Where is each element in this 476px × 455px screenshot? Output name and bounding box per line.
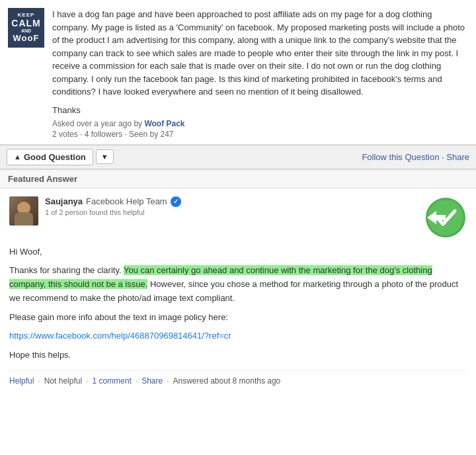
dropdown-button[interactable]: ▼ <box>96 149 114 164</box>
dot-feedback1: · <box>38 376 40 386</box>
answer-content: Hi Woof, Thanks for sharing the clarity.… <box>9 245 467 363</box>
helpful-link[interactable]: Helpful <box>9 376 34 386</box>
seen: Seen by 247 <box>129 130 173 139</box>
greeting: Hi Woof, <box>9 245 467 259</box>
author-team: Facebook Help Team <box>86 196 167 206</box>
dot-feedback3: · <box>136 376 138 386</box>
answered-time: Answered about 8 months ago <box>173 376 281 386</box>
comment-link[interactable]: 1 comment <box>92 376 131 386</box>
author-line: Saujanya Facebook Help Team ✓ <box>45 196 411 207</box>
dot-feedback2: · <box>86 376 88 386</box>
logo: KEEP CALM AND WooF <box>8 8 44 48</box>
votes: 2 votes <box>52 130 78 139</box>
avatar <box>9 196 38 226</box>
answer-meta: Saujanya Facebook Help Team ✓ 1 of 2 per… <box>45 196 411 216</box>
thanks-line: Thanks <box>52 105 468 115</box>
logo-woof: WooF <box>13 34 40 43</box>
question-text: I have a dog fan page and have been appr… <box>52 8 468 99</box>
link-line: https://www.facebook.com/help/4688709698… <box>9 329 467 343</box>
helpful-count: 1 of 2 person found this helpful <box>45 208 411 216</box>
asked-by-label: Asked over a year ago by <box>52 119 142 128</box>
meta-line: Asked over a year ago by Woof Pack <box>52 119 468 128</box>
share-link[interactable]: Share <box>446 152 469 162</box>
action-bar-right: Follow this Question · Share <box>362 152 469 162</box>
followers: 4 followers <box>85 130 122 139</box>
follow-question-link[interactable]: Follow this Question <box>362 152 439 162</box>
question-body: I have a dog fan page and have been appr… <box>52 8 468 139</box>
check-badge-container <box>424 196 467 239</box>
not-helpful-link[interactable]: Not helpful <box>44 376 82 386</box>
author-name: Saujanya <box>45 196 83 206</box>
upvote-icon: ▲ <box>14 153 21 161</box>
paragraph2: Please gain more info about the text in … <box>9 311 467 325</box>
verified-icon: ✓ <box>171 196 181 207</box>
answer-section: Saujanya Facebook Help Team ✓ 1 of 2 per… <box>0 188 476 393</box>
question-section: KEEP CALM AND WooF I have a dog fan page… <box>0 0 476 145</box>
logo-calm: CALM <box>11 19 40 28</box>
action-bar: ▲ Good Question ▼ Follow this Question ·… <box>0 145 476 169</box>
votes-line: 2 votes · 4 followers · Seen by 247 <box>52 130 468 139</box>
check-badge-icon <box>424 196 467 239</box>
author-link[interactable]: Woof Pack <box>144 119 184 128</box>
paragraph3: Hope this helps. <box>9 349 467 362</box>
good-question-label: Good Question <box>24 152 86 162</box>
feedback-bar: Helpful · Not helpful · 1 comment · Shar… <box>9 370 467 386</box>
paragraph1: Thanks for sharing the clarity. You can … <box>9 264 467 305</box>
paragraph1-before: Thanks for sharing the clarity. <box>9 265 124 275</box>
featured-answer-label: Featured Answer <box>0 169 476 188</box>
share-answer-link[interactable]: Share <box>141 376 163 386</box>
policy-link[interactable]: https://www.facebook.com/help/4688709698… <box>9 331 231 341</box>
dot1: · <box>80 130 85 139</box>
answer-header: Saujanya Facebook Help Team ✓ 1 of 2 per… <box>9 196 467 239</box>
good-question-button[interactable]: ▲ Good Question <box>7 149 93 165</box>
dot-feedback4: · <box>167 376 169 386</box>
